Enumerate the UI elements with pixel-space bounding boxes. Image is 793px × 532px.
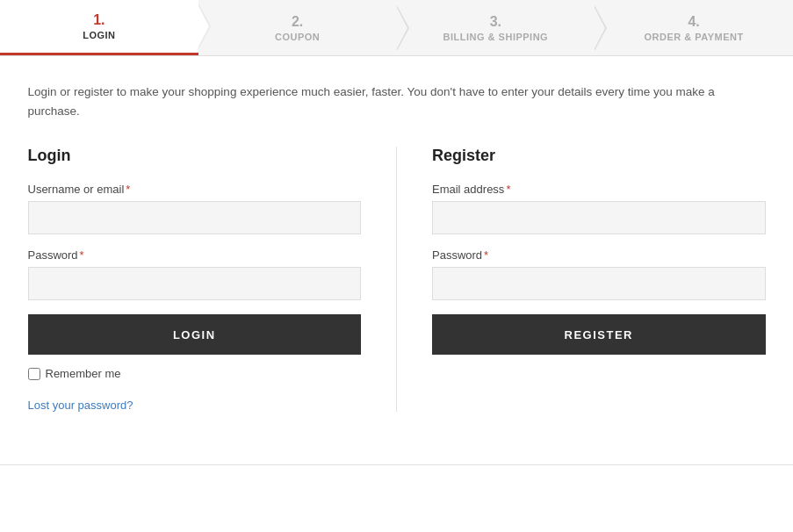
username-label: Username or email* [28, 183, 362, 196]
register-password-label: Password* [432, 248, 766, 262]
login-column: Login Username or email* Password* LOGIN… [28, 147, 397, 412]
step-2-number: 2. [292, 14, 303, 30]
step-2-label: COUPON [275, 32, 320, 42]
register-button[interactable]: REGISTER [432, 314, 766, 355]
step-3-label: BILLING & SHIPPING [443, 32, 549, 42]
email-required: * [506, 183, 510, 196]
step-3-number: 3. [490, 14, 501, 30]
step-billing[interactable]: 3. BILLING & SHIPPING [397, 0, 595, 55]
lost-password-link[interactable]: Lost your password? [28, 399, 133, 412]
step-4-label: ORDER & PAYMENT [645, 32, 744, 42]
main-content: Login or register to make your shopping … [11, 56, 783, 447]
remember-me-label: Remember me [46, 367, 121, 380]
step-4-number: 4. [688, 14, 699, 30]
register-password-required: * [484, 248, 488, 262]
login-title: Login [28, 147, 362, 165]
login-password-required: * [80, 248, 84, 262]
username-input[interactable] [28, 201, 362, 234]
footer-divider [0, 464, 793, 465]
step-order[interactable]: 4. ORDER & PAYMENT [595, 0, 793, 55]
email-input[interactable] [432, 201, 766, 234]
login-button[interactable]: LOGIN [28, 314, 362, 355]
step-coupon[interactable]: 2. COUPON [198, 0, 397, 55]
step-1-number: 1. [93, 12, 105, 28]
step-login[interactable]: 1. LOGIN [0, 0, 198, 55]
login-password-input[interactable] [28, 267, 362, 300]
remember-me-checkbox[interactable] [28, 368, 40, 380]
intro-text: Login or register to make your shopping … [28, 83, 766, 120]
register-password-input[interactable] [432, 267, 766, 300]
register-column: Register Email address* Password* REGIST… [396, 147, 766, 412]
progress-steps: 1. LOGIN 2. COUPON 3. BILLING & SHIPPING… [0, 0, 793, 56]
username-required: * [126, 183, 130, 196]
step-1-label: LOGIN [83, 30, 115, 40]
email-label: Email address* [432, 183, 766, 196]
remember-me-row: Remember me [28, 367, 362, 380]
register-title: Register [432, 147, 766, 165]
form-columns: Login Username or email* Password* LOGIN… [28, 147, 766, 412]
login-password-label: Password* [28, 248, 362, 262]
